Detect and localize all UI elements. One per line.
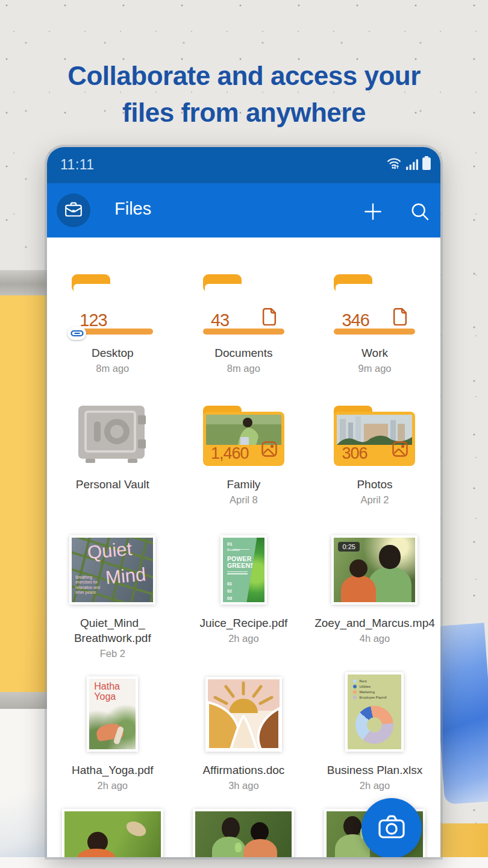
legend-label: Marketing [359, 690, 374, 694]
family-photo-thumb [206, 415, 281, 445]
vault-safe-icon [76, 404, 149, 466]
tile-photos-folder[interactable]: 306 Photos April 2 [309, 406, 440, 506]
status-icons [386, 156, 431, 172]
thumb-number: 01 [227, 541, 233, 547]
thumb-title-line2: GREENS [227, 562, 255, 569]
screenshot-root: Collaborate and access your files from a… [0, 0, 488, 868]
item-meta: April 2 [361, 494, 389, 506]
tile-family-folder[interactable]: 1,460 Family April 8 [178, 406, 310, 506]
photo-folder-icon: 306 [334, 406, 415, 466]
photo-thumbnail [62, 809, 163, 857]
item-name-line2: Breathwork.pdf [74, 631, 151, 646]
item-name: Personal Vault [76, 477, 149, 492]
legend-label: Employee Payroll [359, 696, 386, 699]
item-meta: 8m ago [227, 363, 260, 374]
status-time: 11:11 [60, 157, 95, 173]
camera-icon [378, 814, 405, 842]
thumb-title-line1: Hatha [94, 682, 120, 692]
item-meta: 8m ago [96, 363, 129, 374]
tile-juice-recipe-pdf[interactable]: 01 Breakfast POWER GREENS 01 0 [178, 535, 310, 659]
doc-thumbnail [205, 677, 282, 752]
background-bottom-strip [0, 857, 488, 868]
item-meta: 4h ago [360, 633, 390, 644]
tile-zoey-marcus-video[interactable]: 0:25 Zoey_and_Marcus.mp4 4h ago [309, 535, 440, 659]
signal-icon [406, 158, 418, 172]
hero-title-line1: Collaborate and access your [0, 58, 488, 95]
chart-legend: Rent Utilities Marketing Employee Payrol… [353, 679, 386, 701]
tile-desktop-folder[interactable]: 123 Desktop 8m ago [47, 274, 178, 374]
item-name: Hatha_Yoga.pdf [72, 763, 154, 778]
video-thumbnail: 0:25 [331, 535, 418, 605]
item-meta: April 8 [230, 494, 258, 506]
folder-item-count: 43 [211, 310, 229, 330]
thumb-title-word: Quiet [87, 538, 133, 564]
hero-title: Collaborate and access your files from a… [0, 58, 488, 131]
thumb-title-line2: Yoga [94, 692, 120, 702]
grid-row-1: 123 Desktop 8m ago [47, 274, 440, 374]
tile-photo-2[interactable] [178, 809, 310, 857]
item-name: Affirmations.doc [202, 763, 284, 778]
camera-fab-button[interactable] [361, 798, 422, 857]
hero-title-line2: files from anywhere [0, 95, 488, 131]
photo-thumbnail [193, 809, 294, 857]
item-name: Juice_Recipe.pdf [200, 615, 288, 631]
item-name: Family [227, 477, 260, 492]
city-photo-thumb [337, 415, 412, 445]
page-title: Files [114, 199, 151, 219]
document-icon [262, 308, 277, 328]
folder-icon: 123 [72, 274, 153, 335]
file-grid: 123 Desktop 8m ago [47, 237, 440, 857]
document-icon [393, 308, 408, 328]
shared-link-badge [67, 327, 86, 340]
folder-item-count: 306 [342, 444, 367, 463]
item-name: Business Plan.xlsx [327, 763, 422, 778]
item-meta: 2h ago [98, 780, 128, 791]
item-meta: 2h ago [360, 780, 390, 791]
tile-business-plan-xlsx[interactable]: Rent Utilities Marketing Employee Payrol… [309, 672, 440, 791]
item-name: Photos [357, 477, 392, 492]
photo-folder-icon: 1,460 [203, 406, 284, 466]
pdf-thumbnail: 01 Breakfast POWER GREENS 01 0 [221, 535, 267, 605]
tile-personal-vault[interactable]: Personal Vault [47, 406, 178, 506]
add-button[interactable] [363, 201, 383, 222]
wifi-icon [386, 157, 402, 172]
legend-label: Utilities [359, 685, 371, 688]
item-name: Work [361, 345, 388, 360]
app-bar: Files [47, 183, 440, 237]
search-button[interactable] [410, 201, 430, 222]
item-name: Zoey_and_Marcus.mp4 [314, 615, 435, 631]
tile-work-folder[interactable]: 346 Work 9m ago [309, 274, 440, 374]
tile-photo-1[interactable] [47, 809, 178, 857]
thumb-caption: Breathing exercises for relaxation and i… [75, 575, 107, 596]
folder-icon: 43 [203, 274, 284, 335]
grid-row-3: Quiet Mind Breathing exercises for relax… [47, 535, 440, 659]
folder-item-count: 1,460 [211, 444, 249, 463]
thumb-list-item: 02 [227, 588, 232, 594]
grid-row-2: Personal Vault [47, 406, 440, 506]
boho-sun-artwork [208, 679, 280, 749]
thumb-label: Breakfast [227, 548, 240, 552]
item-meta: 9m ago [358, 363, 391, 374]
briefcase-icon [64, 200, 83, 221]
image-icon [261, 441, 277, 459]
tile-hatha-yoga-pdf[interactable]: Hatha Yoga Hatha_Yoga.pdf 2h ago [47, 672, 178, 791]
tile-quiet-mind-pdf[interactable]: Quiet Mind Breathing exercises for relax… [47, 535, 178, 659]
image-icon [392, 441, 408, 459]
status-bar: 11:11 [47, 147, 440, 183]
link-icon [70, 329, 84, 338]
video-duration-badge: 0:25 [338, 542, 359, 552]
pdf-thumbnail: Hatha Yoga [87, 676, 138, 752]
battery-icon [422, 156, 431, 172]
folder-item-count: 123 [80, 310, 107, 330]
tile-affirmations-doc[interactable]: Affirmations.doc 3h ago [178, 672, 310, 791]
background-glass-shape [433, 623, 488, 804]
thumb-list-item: 03 [227, 596, 232, 601]
donut-chart [355, 706, 393, 744]
item-name: Desktop [92, 345, 134, 360]
tile-documents-folder[interactable]: 43 Documents 8m ago [178, 274, 310, 374]
phone-mockup: 11:11 [47, 147, 440, 857]
app-logo-button[interactable] [57, 193, 90, 227]
folder-item-count: 346 [342, 310, 369, 330]
item-meta: 2h ago [228, 633, 258, 644]
item-name-line1: Quiet_Mind_ [74, 615, 151, 631]
